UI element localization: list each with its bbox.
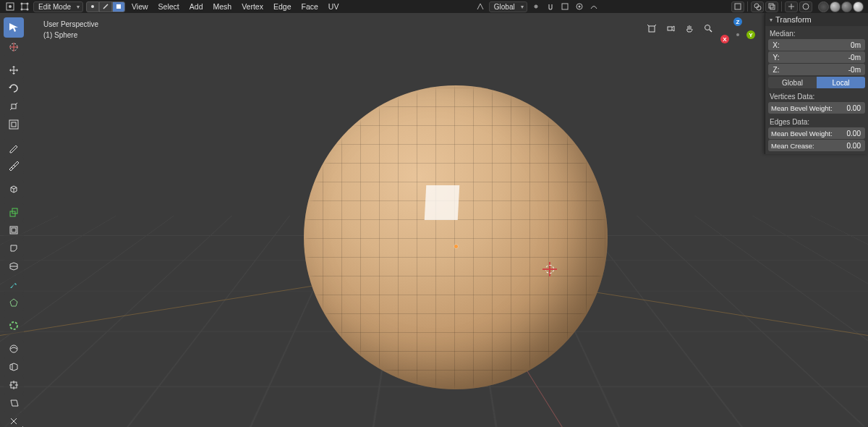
gizmo-x-axis[interactable]: X [720, 35, 729, 43]
menu-mesh[interactable]: Mesh [209, 2, 235, 11]
sphere-wireframe [304, 85, 608, 389]
knife-tool[interactable] [4, 276, 24, 293]
select-mode-trio [86, 1, 125, 12]
measure-tool[interactable] [4, 157, 24, 174]
orientation-icon[interactable] [475, 1, 486, 12]
coord-x-value[interactable]: 0m [784, 39, 865, 51]
svg-point-11 [535, 6, 537, 7]
3d-viewport[interactable] [0, 13, 868, 427]
navigation-gizmo[interactable]: Z Y X [722, 19, 754, 51]
menu-view[interactable]: View [128, 2, 152, 11]
svg-point-3 [21, 3, 23, 5]
inset-faces-tool[interactable] [4, 221, 24, 239]
spin-tool[interactable] [4, 317, 24, 334]
space-local[interactable]: Local [817, 77, 865, 88]
svg-rect-9 [116, 4, 121, 9]
shear-tool[interactable] [4, 394, 24, 412]
annotate-tool[interactable] [4, 139, 24, 156]
shading-rendered[interactable] [853, 1, 864, 12]
header-bar: Edit Mode View Select Add Mesh Vertex Ed… [0, 0, 868, 13]
pivot-icon[interactable] [530, 1, 542, 12]
mode-label: Edit Mode [38, 3, 71, 11]
xray-icon[interactable] [765, 1, 778, 12]
snap-icon[interactable] [545, 1, 556, 12]
median-label: Median: [768, 28, 865, 39]
menu-uv[interactable]: UV [325, 2, 343, 11]
zoom-view-icon[interactable] [700, 20, 716, 36]
cursor-tool[interactable] [4, 38, 24, 56]
edges-data-label: Edges Data: [768, 117, 865, 127]
orientation-dropdown[interactable]: Global [489, 1, 527, 12]
rotate-tool[interactable] [4, 80, 24, 97]
vert-bevel-value[interactable]: 0.00 [835, 102, 865, 114]
shrink-fatten-tool[interactable] [4, 376, 24, 394]
svg-rect-38 [12, 228, 16, 232]
space-global[interactable]: Global [768, 77, 817, 88]
selected-face[interactable] [425, 185, 460, 220]
loop-cut-tool[interactable] [4, 258, 24, 275]
add-cube-tool[interactable] [4, 180, 24, 198]
transform-panel: Transform Median: X:0m Y:-0m Z:-0m Globa… [765, 13, 868, 154]
svg-rect-47 [668, 27, 672, 30]
select-box-tool[interactable] [4, 17, 24, 38]
coord-y-label: Y: [768, 51, 784, 63]
menu-face[interactable]: Face [297, 2, 321, 11]
header-right-group [731, 1, 812, 12]
shading-matprev[interactable] [841, 1, 852, 12]
gizmo-z-axis[interactable]: Z [733, 17, 742, 26]
scale-tool[interactable] [4, 98, 24, 115]
shading-wireframe[interactable] [818, 1, 829, 12]
gizmo-toggle-icon[interactable] [785, 1, 798, 12]
viewport-info: User Perspective (1) Sphere [43, 19, 98, 41]
snap-type-dropdown[interactable] [559, 1, 571, 12]
edge-select-mode[interactable] [99, 1, 112, 12]
menu-select[interactable]: Select [155, 2, 183, 11]
pan-view-icon[interactable] [681, 20, 697, 36]
coord-z-value[interactable]: -0m [784, 64, 865, 75]
edge-slide-tool[interactable] [4, 358, 24, 376]
transform-panel-header[interactable]: Transform [765, 13, 868, 26]
overlays-toggle-icon[interactable] [799, 1, 812, 12]
svg-line-33 [12, 167, 13, 169]
vertices-data-label: Vertices Data: [768, 91, 865, 102]
menu-add[interactable]: Add [186, 2, 207, 11]
transform-tool[interactable] [4, 116, 24, 133]
edge-bevel-label: Mean Bevel Weight: [768, 127, 835, 139]
poly-build-tool[interactable] [4, 294, 24, 311]
move-tool[interactable] [4, 62, 24, 79]
coord-y-value[interactable]: -0m [784, 51, 865, 63]
smooth-tool[interactable] [4, 340, 24, 358]
camera-to-view-icon[interactable] [663, 20, 678, 36]
shading-solid[interactable] [830, 1, 841, 12]
edge-crease-value[interactable]: 0.00 [835, 140, 865, 151]
gizmo-y-axis[interactable]: Y [746, 30, 755, 39]
edge-bevel-value[interactable]: 0.00 [835, 127, 865, 139]
svg-point-5 [21, 9, 23, 11]
camera-view-icon[interactable] [644, 20, 660, 36]
left-toolbar [4, 17, 24, 427]
object-origin [454, 245, 458, 248]
space-toggle: Global Local [768, 77, 865, 88]
svg-line-46 [655, 25, 656, 26]
vertex-select-mode[interactable] [86, 1, 99, 12]
rip-region-tool[interactable] [4, 413, 24, 427]
svg-rect-15 [735, 4, 741, 9]
editor-type-icon[interactable] [4, 1, 16, 12]
bevel-tool[interactable] [4, 240, 24, 257]
svg-point-40 [10, 322, 17, 329]
svg-rect-44 [649, 26, 655, 32]
proportional-edit-icon[interactable] [574, 1, 585, 12]
svg-point-14 [578, 6, 580, 8]
face-select-mode[interactable] [112, 1, 125, 12]
sphere-surface [304, 85, 608, 389]
menu-vertex[interactable]: Vertex [238, 2, 267, 11]
mesh-edit-mode-icon[interactable] [731, 1, 744, 12]
menu-edge[interactable]: Edge [270, 2, 295, 11]
mode-dropdown[interactable]: Edit Mode [33, 1, 83, 12]
overlays-icon[interactable] [751, 1, 764, 12]
svg-point-48 [705, 25, 710, 30]
sphere-object[interactable] [304, 85, 608, 389]
3d-cursor[interactable] [542, 262, 557, 276]
extrude-region-tool[interactable] [4, 203, 24, 221]
proportional-falloff-dropdown[interactable] [588, 1, 600, 12]
